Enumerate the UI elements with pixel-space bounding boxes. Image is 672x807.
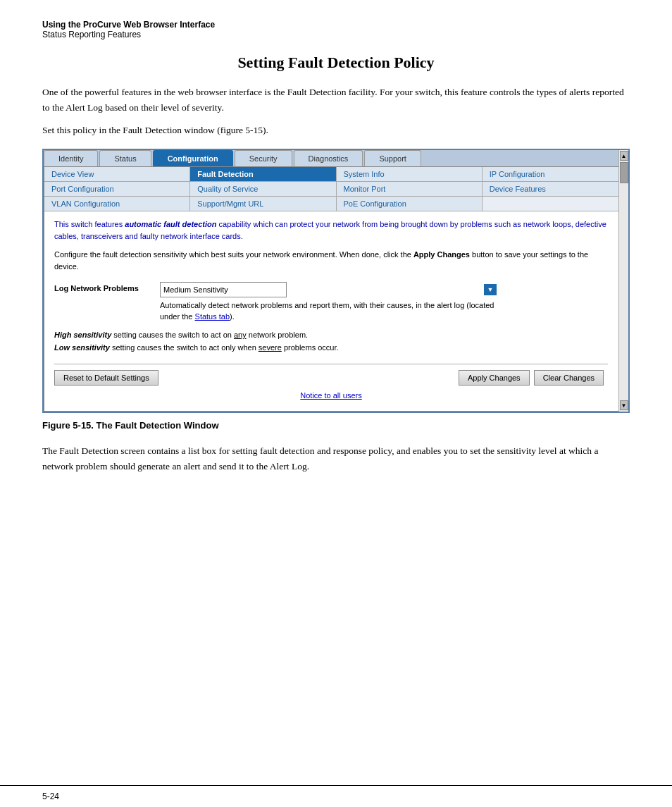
menu-device-features[interactable]: Device Features bbox=[483, 182, 628, 196]
info-text: This switch features automatic fault det… bbox=[54, 218, 608, 242]
tab-configuration[interactable]: Configuration bbox=[153, 150, 233, 166]
intro-text: One of the powerful features in the web … bbox=[42, 85, 630, 115]
page-number: 5-24 bbox=[42, 791, 59, 801]
section-title: Setting Fault Detection Policy bbox=[42, 54, 630, 72]
set-policy-text: Set this policy in the Fault Detection w… bbox=[42, 125, 630, 136]
menu-row-2: Port Configuration Quality of Service Mo… bbox=[44, 182, 628, 197]
menu-fault-detection[interactable]: Fault Detection bbox=[190, 167, 336, 181]
divider-line bbox=[54, 364, 608, 364]
menu-port-configuration[interactable]: Port Configuration bbox=[44, 182, 190, 196]
clear-button[interactable]: Clear Changes bbox=[534, 370, 604, 386]
tab-security[interactable]: Security bbox=[235, 150, 292, 166]
screenshot-container: Identity Status Configuration Security D… bbox=[42, 149, 630, 413]
reset-button[interactable]: Reset to Default Settings bbox=[54, 370, 158, 386]
describe-text: Automatically detect network problems an… bbox=[160, 300, 498, 322]
screenshot-body: This switch features automatic fault det… bbox=[44, 211, 628, 411]
menu-device-view[interactable]: Device View bbox=[44, 167, 190, 181]
screenshot-body-inner: This switch features automatic fault det… bbox=[54, 218, 618, 404]
notice-link-row: Notice to all users bbox=[54, 391, 608, 404]
body-text: The Fault Detection screen contains a li… bbox=[42, 443, 630, 474]
menu-vlan-configuration[interactable]: VLAN Configuration bbox=[44, 197, 190, 211]
scrollbar[interactable]: ▲ ▼ bbox=[618, 150, 628, 412]
apply-button[interactable]: Apply Changes bbox=[459, 370, 530, 386]
notice-link[interactable]: Notice to all users bbox=[300, 391, 361, 400]
sensitivity-text: High sensitivity setting causes the swit… bbox=[54, 329, 608, 354]
page-header: Using the ProCurve Web Browser Interface… bbox=[0, 0, 672, 47]
menu-quality-of-service[interactable]: Quality of Service bbox=[190, 182, 336, 196]
config-text: Configure the fault detection sensitivit… bbox=[54, 249, 608, 272]
sensitivity-select[interactable]: High Sensitivity Medium Sensitivity Low … bbox=[160, 282, 287, 297]
menu-empty bbox=[483, 197, 628, 211]
header-subtitle: Status Reporting Features bbox=[42, 30, 630, 39]
tab-identity[interactable]: Identity bbox=[44, 150, 98, 166]
page-footer: 5-24 bbox=[0, 785, 672, 807]
menu-monitor-port[interactable]: Monitor Port bbox=[337, 182, 483, 196]
tab-status[interactable]: Status bbox=[99, 150, 151, 166]
scroll-down-button[interactable]: ▼ bbox=[620, 400, 628, 410]
menu-ip-configuration[interactable]: IP Configuration bbox=[483, 167, 628, 181]
tab-row: Identity Status Configuration Security D… bbox=[44, 150, 628, 166]
menu-support-mgmt-url[interactable]: Support/Mgmt URL bbox=[190, 197, 336, 211]
form-field: High Sensitivity Medium Sensitivity Low … bbox=[160, 282, 498, 322]
header-title: Using the ProCurve Web Browser Interface bbox=[42, 20, 630, 30]
main-content: Setting Fault Detection Policy One of th… bbox=[0, 54, 672, 474]
dropdown-wrapper[interactable]: High Sensitivity Medium Sensitivity Low … bbox=[160, 282, 498, 300]
dropdown-arrow-icon: ▼ bbox=[484, 284, 497, 295]
btn-row: Reset to Default Settings Apply Changes … bbox=[54, 370, 608, 386]
status-tab-link[interactable]: Status tab bbox=[195, 312, 230, 321]
content-wrapper: Device View Fault Detection System Info … bbox=[44, 166, 628, 412]
menu-poe-configuration[interactable]: PoE Configuration bbox=[337, 197, 483, 211]
form-label: Log Network Problems bbox=[54, 282, 160, 292]
form-row: Log Network Problems High Sensitivity Me… bbox=[54, 282, 608, 322]
scroll-up-button[interactable]: ▲ bbox=[620, 151, 628, 161]
figure-caption: Figure 5-15. The Fault Detection Window bbox=[42, 420, 630, 431]
body-with-scrollbar: This switch features automatic fault det… bbox=[44, 211, 628, 411]
tab-support[interactable]: Support bbox=[364, 150, 421, 166]
menu-system-info[interactable]: System Info bbox=[337, 167, 483, 181]
menu-row-3: VLAN Configuration Support/Mgmt URL PoE … bbox=[44, 197, 628, 211]
menu-row-1: Device View Fault Detection System Info … bbox=[44, 167, 628, 182]
scroll-thumb[interactable] bbox=[620, 162, 628, 183]
tab-diagnostics[interactable]: Diagnostics bbox=[294, 150, 363, 166]
